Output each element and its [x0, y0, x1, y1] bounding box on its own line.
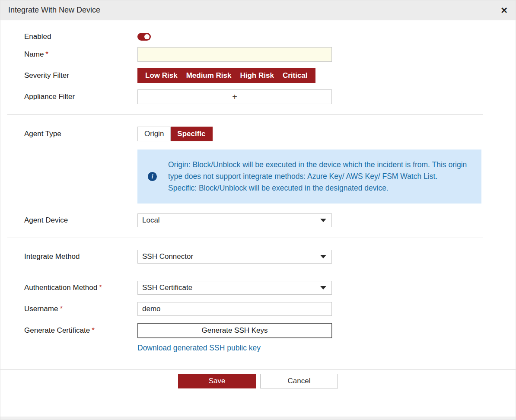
- agent-device-value: Local: [142, 216, 160, 225]
- info-note-line2: Specific: Block/Unblock will be executed…: [168, 182, 468, 194]
- integrate-method-select[interactable]: SSH Connector: [137, 250, 332, 264]
- name-label: Name*: [24, 50, 137, 59]
- row-download-link: Download generated SSH public key: [0, 344, 516, 353]
- dialog-footer: Save Cancel: [0, 369, 516, 388]
- required-asterisk: *: [92, 326, 95, 334]
- section-divider: [7, 238, 483, 238]
- required-asterisk: *: [99, 283, 102, 292]
- required-asterisk: *: [60, 305, 63, 313]
- dialog-header: Integrate With New Device ✕: [0, 0, 516, 20]
- row-agent-type: Agent Type Origin Specific: [0, 127, 516, 141]
- chevron-down-icon: [320, 286, 326, 290]
- enabled-label: Enabled: [24, 32, 137, 41]
- row-username: Username*: [0, 302, 516, 316]
- authentication-method-label: Authentication Method*: [24, 283, 137, 292]
- severity-option-critical[interactable]: Critical: [278, 71, 312, 80]
- toggle-knob: [144, 34, 150, 39]
- severity-filter-label: Severity Filter: [24, 71, 137, 80]
- integrate-method-value: SSH Connector: [142, 252, 193, 261]
- generate-ssh-keys-button[interactable]: Generate SSH Keys: [137, 323, 332, 338]
- section-divider: [7, 115, 483, 115]
- row-enabled: Enabled: [0, 32, 516, 41]
- agent-type-label: Agent Type: [24, 130, 137, 138]
- severity-option-low-risk[interactable]: Low Risk: [141, 71, 182, 80]
- severity-option-medium-risk[interactable]: Medium Risk: [182, 71, 236, 80]
- row-severity-filter: Severity Filter Low Risk Medium Risk Hig…: [0, 68, 516, 83]
- row-authentication-method: Authentication Method* SSH Certificate: [0, 281, 516, 295]
- info-note-text: Origin: Block/Unblock will be executed i…: [168, 159, 468, 194]
- row-agent-device: Agent Device Local: [0, 213, 516, 227]
- severity-filter-bar: Low Risk Medium Risk High Risk Critical: [137, 68, 315, 83]
- info-icon: i: [148, 172, 157, 181]
- download-public-key-link[interactable]: Download generated SSH public key: [137, 344, 261, 352]
- dialog-title: Integrate With New Device: [8, 6, 100, 15]
- username-input[interactable]: [137, 302, 332, 316]
- chevron-down-icon: [320, 219, 326, 222]
- enabled-toggle[interactable]: [137, 33, 151, 41]
- required-asterisk: *: [45, 50, 48, 58]
- cancel-button[interactable]: Cancel: [260, 374, 338, 388]
- plus-icon: +: [232, 92, 237, 102]
- row-integrate-method: Integrate Method SSH Connector: [0, 250, 516, 264]
- generate-certificate-label: Generate Certificate*: [24, 326, 137, 335]
- username-label: Username*: [24, 305, 137, 313]
- agent-device-select[interactable]: Local: [137, 213, 332, 227]
- row-generate-certificate: Generate Certificate* Generate SSH Keys: [0, 323, 516, 338]
- info-note-line1: Origin: Block/Unblock will be executed i…: [168, 159, 468, 182]
- agent-device-label: Agent Device: [24, 216, 137, 225]
- row-name: Name*: [0, 47, 516, 62]
- row-info-note: i Origin: Block/Unblock will be executed…: [0, 150, 516, 204]
- severity-option-high-risk[interactable]: High Risk: [236, 71, 278, 80]
- appliance-filter-label: Appliance Filter: [24, 92, 137, 101]
- chevron-down-icon: [320, 255, 326, 258]
- save-button[interactable]: Save: [178, 374, 256, 388]
- info-note: i Origin: Block/Unblock will be executed…: [137, 150, 481, 204]
- authentication-method-value: SSH Certificate: [142, 283, 192, 292]
- close-icon[interactable]: ✕: [500, 6, 508, 15]
- name-input[interactable]: [137, 47, 332, 62]
- row-appliance-filter: Appliance Filter +: [0, 89, 516, 104]
- page-bottom-strip: [0, 417, 516, 420]
- agent-type-option-specific[interactable]: Specific: [171, 127, 212, 141]
- appliance-filter-add-button[interactable]: +: [137, 89, 332, 104]
- agent-type-segment: Origin Specific: [137, 127, 213, 141]
- integrate-method-label: Integrate Method: [24, 252, 137, 261]
- agent-type-option-origin[interactable]: Origin: [137, 127, 171, 141]
- integration-form: Enabled Name* Severity Filter Low Risk M…: [0, 20, 516, 388]
- authentication-method-select[interactable]: SSH Certificate: [137, 281, 332, 295]
